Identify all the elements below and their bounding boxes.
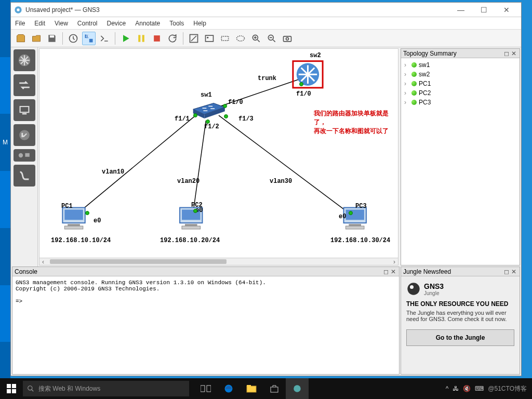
snapshot-icon[interactable] bbox=[66, 32, 80, 45]
routers-category-icon[interactable] bbox=[14, 49, 35, 71]
reload-icon[interactable] bbox=[166, 32, 179, 45]
zoom-out-icon[interactable] bbox=[265, 32, 278, 45]
ellipse-icon[interactable] bbox=[234, 32, 247, 45]
tree-item-pc2[interactable]: ›PC2 bbox=[403, 88, 517, 98]
svg-point-1 bbox=[17, 8, 19, 11]
go-to-jungle-button[interactable]: Go to the Jungle bbox=[406, 329, 514, 346]
store-icon[interactable] bbox=[263, 378, 286, 399]
svg-rect-39 bbox=[68, 224, 80, 226]
save-icon[interactable] bbox=[45, 32, 59, 45]
tree-item-sw1[interactable]: ›sw1 bbox=[403, 60, 517, 70]
menu-device[interactable]: Device bbox=[107, 20, 126, 27]
svg-rect-54 bbox=[12, 389, 16, 393]
tray-network-icon[interactable]: 🖧 bbox=[453, 385, 459, 392]
menu-tools[interactable]: Tools bbox=[169, 20, 184, 27]
screenshot-icon[interactable] bbox=[281, 32, 294, 45]
stop-icon[interactable] bbox=[150, 32, 164, 45]
app-icon[interactable] bbox=[286, 378, 309, 399]
panel-close-icon[interactable]: ✕ bbox=[510, 268, 517, 275]
label-e0-1: e0 bbox=[94, 217, 101, 224]
label-f11: f1/1 bbox=[175, 115, 190, 123]
label-f10: f1/0 bbox=[228, 99, 243, 106]
svg-rect-21 bbox=[22, 113, 26, 115]
svg-rect-60 bbox=[247, 386, 256, 392]
explorer-icon[interactable] bbox=[240, 378, 263, 399]
tree-item-pc1[interactable]: ›PC1 bbox=[403, 79, 517, 88]
security-category-icon[interactable] bbox=[14, 124, 35, 146]
label-trunk: trunk bbox=[258, 75, 276, 82]
window-close-button[interactable]: ✕ bbox=[495, 4, 518, 16]
svg-point-12 bbox=[207, 36, 208, 38]
panel-close-icon[interactable]: ✕ bbox=[510, 50, 517, 57]
svg-rect-20 bbox=[20, 107, 29, 112]
window-title: Unsaved project* — GNS3 bbox=[25, 6, 449, 14]
panel-title: Topology Summary bbox=[403, 50, 457, 57]
enddevices-category-icon[interactable] bbox=[14, 99, 35, 121]
menu-annotate[interactable]: Annotate bbox=[135, 20, 160, 27]
image-icon[interactable] bbox=[203, 32, 216, 45]
device-toolbar bbox=[11, 47, 38, 267]
console-icon[interactable] bbox=[98, 32, 111, 45]
all-devices-icon[interactable] bbox=[14, 149, 35, 162]
label-ip1: 192.168.10.10/24 bbox=[51, 237, 111, 244]
edge-icon[interactable] bbox=[217, 378, 240, 399]
svg-point-24 bbox=[18, 153, 22, 157]
canvas-scrollbar-h[interactable]: ‹ › bbox=[39, 258, 398, 265]
tree-item-pc3[interactable]: ›PC3 bbox=[403, 98, 517, 107]
play-icon[interactable] bbox=[119, 32, 132, 45]
zoom-in-icon[interactable] bbox=[249, 32, 263, 45]
panel-undock-icon[interactable]: ◻ bbox=[503, 50, 510, 57]
menu-control[interactable]: Control bbox=[77, 20, 98, 27]
link-tool-icon[interactable] bbox=[14, 165, 35, 187]
svg-line-56 bbox=[32, 390, 34, 392]
label-pc3: PC3 bbox=[355, 203, 367, 210]
panel-title: Jungle Newsfeed bbox=[403, 268, 451, 275]
svg-rect-17 bbox=[284, 36, 291, 41]
panel-close-icon[interactable]: ✕ bbox=[390, 268, 397, 275]
svg-rect-43 bbox=[185, 224, 197, 226]
open-project-icon[interactable] bbox=[30, 32, 43, 45]
tray-chevron-icon[interactable]: ^ bbox=[446, 385, 449, 392]
console-output[interactable]: GNS3 management console. Running GNS3 ve… bbox=[12, 276, 399, 374]
topology-canvas[interactable]: sw1 sw2 trunk f1/0 f1/0 f1/1 f1/2 f1/3 v… bbox=[39, 48, 398, 265]
start-button[interactable] bbox=[0, 378, 23, 399]
newsfeed-body: The Jungle has everything you will ever … bbox=[406, 310, 514, 322]
taskbar-search[interactable]: 搜索 Web 和 Windows bbox=[23, 381, 189, 396]
toolbar: a bbox=[11, 30, 521, 47]
svg-line-27 bbox=[75, 115, 196, 215]
menu-file[interactable]: File bbox=[15, 20, 25, 27]
svg-point-63 bbox=[294, 385, 301, 392]
window-minimize-button[interactable]: — bbox=[449, 4, 472, 16]
label-e0-3: e0 bbox=[339, 213, 346, 220]
svg-rect-61 bbox=[247, 385, 251, 387]
newsfeed-heading: THE ONLY RESOURCE YOU NEED bbox=[406, 300, 514, 308]
annotate-icon[interactable] bbox=[187, 32, 201, 45]
show-labels-icon[interactable]: a bbox=[82, 32, 96, 45]
new-project-icon[interactable] bbox=[14, 32, 28, 45]
panel-undock-icon[interactable]: ◻ bbox=[382, 268, 390, 275]
menu-edit[interactable]: Edit bbox=[34, 20, 45, 27]
svg-rect-13 bbox=[221, 36, 228, 40]
switches-category-icon[interactable] bbox=[14, 74, 35, 96]
svg-rect-62 bbox=[271, 387, 278, 392]
svg-point-50 bbox=[410, 285, 414, 289]
svg-rect-58 bbox=[207, 385, 211, 392]
rectangle-icon[interactable] bbox=[218, 32, 232, 45]
menu-help[interactable]: Help bbox=[193, 20, 206, 27]
panel-undock-icon[interactable]: ◻ bbox=[503, 268, 510, 275]
label-sw2: sw2 bbox=[310, 52, 321, 59]
console-panel: Console ◻ ✕ GNS3 management console. Run… bbox=[12, 267, 400, 375]
svg-point-14 bbox=[237, 36, 245, 41]
window-maximize-button[interactable]: ☐ bbox=[472, 4, 495, 16]
svg-text:a: a bbox=[86, 33, 89, 38]
taskview-icon[interactable] bbox=[194, 378, 217, 399]
tray-volume-icon[interactable]: 🔇 bbox=[463, 385, 471, 392]
svg-rect-40 bbox=[64, 226, 83, 229]
tray-ime-icon[interactable]: ⌨ bbox=[475, 385, 484, 392]
svg-point-49 bbox=[407, 283, 419, 295]
svg-rect-38 bbox=[64, 210, 83, 220]
tree-item-sw2[interactable]: ›sw2 bbox=[403, 70, 517, 79]
svg-rect-47 bbox=[349, 224, 361, 226]
pause-icon[interactable] bbox=[135, 32, 148, 45]
menu-view[interactable]: View bbox=[55, 20, 68, 27]
